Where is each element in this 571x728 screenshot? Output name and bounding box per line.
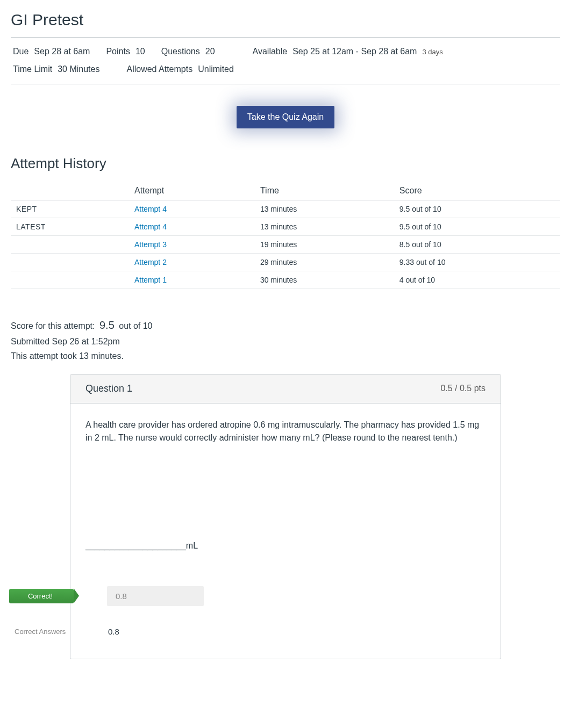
attempt-history-table: Attempt Time Score KEPT Attempt 4 13 min… (11, 182, 560, 289)
due-label: Due (13, 44, 28, 60)
detail-time-limit: Time Limit 30 Minutes (13, 62, 99, 77)
score-value: 9.5 (97, 319, 117, 331)
score-prefix: Score for this attempt: (11, 321, 95, 330)
row-score: 8.5 out of 10 (394, 235, 560, 253)
col-status (11, 182, 129, 200)
row-score: 9.33 out of 10 (394, 253, 560, 271)
row-time: 19 minutes (255, 235, 394, 253)
row-score: 9.5 out of 10 (394, 218, 560, 235)
row-status: LATEST (11, 218, 129, 235)
question-header: Question 1 0.5 / 0.5 pts (70, 374, 501, 403)
correct-answer-value: 0.8 (107, 627, 119, 636)
given-answer-row: Correct! 0.8 (85, 583, 486, 609)
table-row: LATEST Attempt 4 13 minutes 9.5 out of 1… (11, 218, 560, 235)
question-points: 0.5 / 0.5 pts (440, 384, 486, 393)
row-status: KEPT (11, 200, 129, 218)
points-label: Points (106, 44, 130, 60)
duration-line: This attempt took 13 minutes. (11, 349, 560, 363)
quiz-details: Due Sep 28 at 6am Points 10 Questions 20… (11, 37, 560, 84)
row-status (11, 235, 129, 253)
table-row: Attempt 3 19 minutes 8.5 out of 10 (11, 235, 560, 253)
submitted-line: Submitted Sep 26 at 1:52pm (11, 334, 560, 349)
attempt-link[interactable]: Attempt 2 (134, 258, 167, 266)
available-days: 3 days (422, 46, 442, 58)
allowed-attempts-label: Allowed Attempts (126, 62, 192, 77)
time-limit-label: Time Limit (13, 62, 52, 77)
attempt-link[interactable]: Attempt 3 (134, 240, 167, 249)
available-value: Sep 25 at 12am - Sep 28 at 6am (292, 44, 417, 60)
attempt-link[interactable]: Attempt 1 (134, 276, 167, 284)
given-answer: 0.8 (107, 586, 204, 606)
questions-label: Questions (161, 44, 200, 60)
col-time: Time (255, 182, 394, 200)
row-status (11, 271, 129, 289)
table-row: KEPT Attempt 4 13 minutes 9.5 out of 10 (11, 200, 560, 218)
attempt-history-title: Attempt History (11, 155, 560, 172)
attempt-link[interactable]: Attempt 4 (134, 205, 167, 213)
row-status (11, 253, 129, 271)
question-text: A health care provider has ordered atrop… (85, 419, 486, 444)
score-summary: Score for this attempt: 9.5 out of 10 Su… (11, 316, 560, 363)
page-title: GI Pretest (11, 11, 560, 29)
due-value: Sep 28 at 6am (34, 44, 90, 60)
table-row: Attempt 2 29 minutes 9.33 out of 10 (11, 253, 560, 271)
correct-badge: Correct! (9, 589, 74, 603)
col-score: Score (394, 182, 560, 200)
available-label: Available (253, 44, 288, 60)
row-time: 13 minutes (255, 218, 394, 235)
row-score: 9.5 out of 10 (394, 200, 560, 218)
col-attempt: Attempt (129, 182, 255, 200)
detail-allowed-attempts: Allowed Attempts Unlimited (126, 62, 233, 77)
questions-value: 20 (205, 44, 215, 60)
detail-questions: Questions 20 (161, 44, 215, 60)
table-row: Attempt 1 30 minutes 4 out of 10 (11, 271, 560, 289)
detail-due: Due Sep 28 at 6am (13, 44, 90, 60)
answer-blank-line: _____________________mL (85, 541, 486, 551)
take-quiz-again-button[interactable]: Take the Quiz Again (237, 106, 334, 128)
question-1: Question 1 0.5 / 0.5 pts A health care p… (70, 374, 501, 659)
row-time: 30 minutes (255, 271, 394, 289)
row-time: 13 minutes (255, 200, 394, 218)
attempt-link[interactable]: Attempt 4 (134, 222, 167, 231)
row-score: 4 out of 10 (394, 271, 560, 289)
time-limit-value: 30 Minutes (58, 62, 99, 77)
allowed-attempts-value: Unlimited (198, 62, 234, 77)
correct-answer-row: Correct Answers 0.8 (85, 620, 486, 644)
score-suffix: out of 10 (119, 321, 152, 330)
points-value: 10 (135, 44, 145, 60)
row-time: 29 minutes (255, 253, 394, 271)
correct-answers-label: Correct Answers (9, 628, 74, 636)
detail-points: Points 10 (106, 44, 145, 60)
question-title: Question 1 (85, 383, 132, 394)
detail-available: Available Sep 25 at 12am - Sep 28 at 6am… (253, 44, 443, 60)
